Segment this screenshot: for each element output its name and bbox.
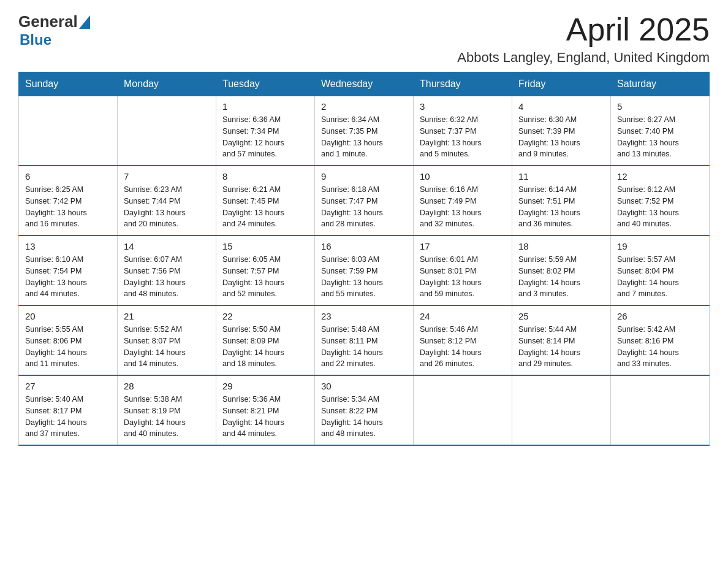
calendar-cell: 11Sunrise: 6:14 AM Sunset: 7:51 PM Dayli… <box>512 166 611 236</box>
header-friday: Friday <box>512 72 611 96</box>
calendar-cell <box>19 96 118 166</box>
day-info: Sunrise: 5:57 AM Sunset: 8:04 PM Dayligh… <box>617 254 703 300</box>
calendar-cell: 4Sunrise: 6:30 AM Sunset: 7:39 PM Daylig… <box>512 96 611 166</box>
calendar-cell: 6Sunrise: 6:25 AM Sunset: 7:42 PM Daylig… <box>19 166 118 236</box>
day-info: Sunrise: 5:34 AM Sunset: 8:22 PM Dayligh… <box>321 394 407 440</box>
day-number: 2 <box>321 101 407 112</box>
logo-general-text: General <box>18 12 78 31</box>
day-number: 22 <box>222 311 308 321</box>
header-tuesday: Tuesday <box>216 72 315 96</box>
day-number: 1 <box>222 101 308 112</box>
day-info: Sunrise: 6:10 AM Sunset: 7:54 PM Dayligh… <box>25 254 111 300</box>
day-info: Sunrise: 6:32 AM Sunset: 7:37 PM Dayligh… <box>420 114 506 160</box>
day-info: Sunrise: 5:42 AM Sunset: 8:16 PM Dayligh… <box>617 324 703 370</box>
day-info: Sunrise: 6:03 AM Sunset: 7:59 PM Dayligh… <box>321 254 407 300</box>
calendar-cell: 27Sunrise: 5:40 AM Sunset: 8:17 PM Dayli… <box>19 375 118 445</box>
calendar-cell <box>512 375 611 445</box>
calendar-cell: 24Sunrise: 5:46 AM Sunset: 8:12 PM Dayli… <box>414 305 512 375</box>
day-info: Sunrise: 6:05 AM Sunset: 7:57 PM Dayligh… <box>222 254 308 300</box>
day-number: 28 <box>124 381 210 391</box>
page-header: General Blue April 2025 Abbots Langley, … <box>18 12 710 66</box>
calendar-cell: 22Sunrise: 5:50 AM Sunset: 8:09 PM Dayli… <box>216 305 315 375</box>
day-info: Sunrise: 5:46 AM Sunset: 8:12 PM Dayligh… <box>420 324 506 370</box>
calendar-cell: 23Sunrise: 5:48 AM Sunset: 8:11 PM Dayli… <box>315 305 414 375</box>
week-row-2: 6Sunrise: 6:25 AM Sunset: 7:42 PM Daylig… <box>19 166 710 236</box>
day-number: 5 <box>617 101 703 112</box>
calendar-cell: 10Sunrise: 6:16 AM Sunset: 7:49 PM Dayli… <box>414 166 512 236</box>
logo-blue-text: Blue <box>20 31 90 48</box>
day-info: Sunrise: 5:44 AM Sunset: 8:14 PM Dayligh… <box>518 324 604 370</box>
day-info: Sunrise: 5:52 AM Sunset: 8:07 PM Dayligh… <box>124 324 210 370</box>
day-number: 11 <box>518 171 604 182</box>
day-info: Sunrise: 5:50 AM Sunset: 8:09 PM Dayligh… <box>222 324 308 370</box>
day-number: 26 <box>617 311 703 321</box>
day-number: 6 <box>25 171 111 182</box>
day-info: Sunrise: 6:34 AM Sunset: 7:35 PM Dayligh… <box>321 114 407 160</box>
day-info: Sunrise: 6:25 AM Sunset: 7:42 PM Dayligh… <box>25 184 111 230</box>
day-info: Sunrise: 6:12 AM Sunset: 7:52 PM Dayligh… <box>617 184 703 230</box>
header-thursday: Thursday <box>414 72 512 96</box>
week-row-5: 27Sunrise: 5:40 AM Sunset: 8:17 PM Dayli… <box>19 375 710 445</box>
calendar-table: SundayMondayTuesdayWednesdayThursdayFrid… <box>18 72 710 446</box>
calendar-cell: 26Sunrise: 5:42 AM Sunset: 8:16 PM Dayli… <box>611 305 710 375</box>
day-number: 13 <box>25 241 111 251</box>
header-saturday: Saturday <box>611 72 710 96</box>
calendar-cell <box>611 375 710 445</box>
calendar-cell: 1Sunrise: 6:36 AM Sunset: 7:34 PM Daylig… <box>216 96 315 166</box>
calendar-cell: 13Sunrise: 6:10 AM Sunset: 7:54 PM Dayli… <box>19 236 118 305</box>
calendar-cell: 3Sunrise: 6:32 AM Sunset: 7:37 PM Daylig… <box>414 96 512 166</box>
calendar-cell: 16Sunrise: 6:03 AM Sunset: 7:59 PM Dayli… <box>315 236 414 305</box>
day-info: Sunrise: 5:55 AM Sunset: 8:06 PM Dayligh… <box>25 324 111 370</box>
calendar-cell: 18Sunrise: 5:59 AM Sunset: 8:02 PM Dayli… <box>512 236 611 305</box>
day-number: 25 <box>518 311 604 321</box>
calendar-cell: 25Sunrise: 5:44 AM Sunset: 8:14 PM Dayli… <box>512 305 611 375</box>
day-info: Sunrise: 5:40 AM Sunset: 8:17 PM Dayligh… <box>25 394 111 440</box>
week-row-4: 20Sunrise: 5:55 AM Sunset: 8:06 PM Dayli… <box>19 305 710 375</box>
week-row-3: 13Sunrise: 6:10 AM Sunset: 7:54 PM Dayli… <box>19 236 710 305</box>
day-number: 8 <box>222 171 308 182</box>
calendar-cell: 12Sunrise: 6:12 AM Sunset: 7:52 PM Dayli… <box>611 166 710 236</box>
day-number: 16 <box>321 241 407 251</box>
header-sunday: Sunday <box>19 72 118 96</box>
day-number: 17 <box>420 241 506 251</box>
calendar-cell: 2Sunrise: 6:34 AM Sunset: 7:35 PM Daylig… <box>315 96 414 166</box>
day-number: 27 <box>25 381 111 391</box>
day-info: Sunrise: 6:36 AM Sunset: 7:34 PM Dayligh… <box>222 114 308 160</box>
calendar-cell: 8Sunrise: 6:21 AM Sunset: 7:45 PM Daylig… <box>216 166 315 236</box>
calendar-cell: 9Sunrise: 6:18 AM Sunset: 7:47 PM Daylig… <box>315 166 414 236</box>
day-number: 9 <box>321 171 407 182</box>
day-info: Sunrise: 6:23 AM Sunset: 7:44 PM Dayligh… <box>124 184 210 230</box>
day-number: 23 <box>321 311 407 321</box>
calendar-cell: 14Sunrise: 6:07 AM Sunset: 7:56 PM Dayli… <box>118 236 216 305</box>
calendar-cell <box>414 375 512 445</box>
month-title: April 2025 <box>457 12 710 47</box>
calendar-cell: 20Sunrise: 5:55 AM Sunset: 8:06 PM Dayli… <box>19 305 118 375</box>
day-number: 3 <box>420 101 506 112</box>
day-number: 10 <box>420 171 506 182</box>
day-info: Sunrise: 6:18 AM Sunset: 7:47 PM Dayligh… <box>321 184 407 230</box>
calendar-header-row: SundayMondayTuesdayWednesdayThursdayFrid… <box>19 72 710 96</box>
logo-arrow-icon <box>79 15 90 29</box>
day-info: Sunrise: 5:48 AM Sunset: 8:11 PM Dayligh… <box>321 324 407 370</box>
title-area: April 2025 Abbots Langley, England, Unit… <box>457 12 710 66</box>
day-info: Sunrise: 6:27 AM Sunset: 7:40 PM Dayligh… <box>617 114 703 160</box>
svg-marker-0 <box>79 15 90 29</box>
day-info: Sunrise: 5:38 AM Sunset: 8:19 PM Dayligh… <box>124 394 210 440</box>
week-row-1: 1Sunrise: 6:36 AM Sunset: 7:34 PM Daylig… <box>19 96 710 166</box>
day-number: 18 <box>518 241 604 251</box>
day-number: 12 <box>617 171 703 182</box>
header-monday: Monday <box>118 72 216 96</box>
day-info: Sunrise: 6:01 AM Sunset: 8:01 PM Dayligh… <box>420 254 506 300</box>
calendar-cell: 7Sunrise: 6:23 AM Sunset: 7:44 PM Daylig… <box>118 166 216 236</box>
day-info: Sunrise: 5:59 AM Sunset: 8:02 PM Dayligh… <box>518 254 604 300</box>
calendar-cell: 17Sunrise: 6:01 AM Sunset: 8:01 PM Dayli… <box>414 236 512 305</box>
day-number: 19 <box>617 241 703 251</box>
header-wednesday: Wednesday <box>315 72 414 96</box>
logo: General Blue <box>18 12 90 48</box>
calendar-cell: 28Sunrise: 5:38 AM Sunset: 8:19 PM Dayli… <box>118 375 216 445</box>
day-number: 21 <box>124 311 210 321</box>
day-number: 29 <box>222 381 308 391</box>
location-title: Abbots Langley, England, United Kingdom <box>457 50 710 66</box>
day-number: 24 <box>420 311 506 321</box>
day-number: 4 <box>518 101 604 112</box>
